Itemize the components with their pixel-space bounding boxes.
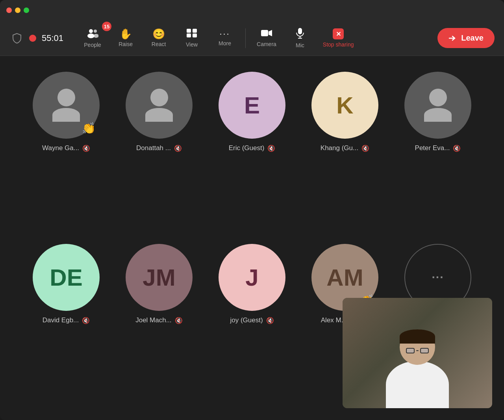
mute-icon-joy: 🔇 — [266, 317, 274, 324]
participant-info-eric: Eric (Guest) 🔇 — [229, 144, 276, 152]
svg-point-2 — [94, 30, 97, 33]
participant-name-khang: Khang (Gu... — [321, 144, 358, 152]
glass-bridge — [416, 350, 419, 351]
stop-sharing-icon: ✕ — [333, 28, 344, 39]
main-content: 👏 Wayne Ga... 🔇 Donattah ... 🔇 — [0, 56, 504, 420]
more-label: More — [219, 40, 231, 46]
leave-label: Leave — [461, 33, 484, 43]
participant-name-donattah: Donattah ... — [136, 144, 171, 152]
react-label: React — [152, 41, 166, 47]
avatar-letter-joy: J — [245, 264, 258, 291]
avatar-joy: J — [219, 244, 285, 311]
participant-joel[interactable]: JM Joel Mach... 🔇 — [117, 244, 202, 404]
mute-icon-wayne: 🔇 — [82, 145, 90, 152]
mute-icon-eric: 🔇 — [267, 145, 275, 152]
avatar-khang: K — [311, 72, 378, 139]
camera-button[interactable]: Camera — [250, 26, 283, 50]
glasses — [406, 348, 429, 353]
more-icon: ··· — [219, 30, 230, 38]
avatar-letter-david: DE — [50, 264, 82, 291]
self-view — [343, 298, 492, 408]
camera-icon — [261, 29, 272, 39]
participant-info-joel: Joel Mach... 🔇 — [135, 316, 183, 324]
svg-point-0 — [89, 29, 93, 33]
stop-sharing-label: Stop sharing — [323, 41, 354, 48]
participant-name-joy: joy (Guest) — [230, 316, 263, 324]
title-bar — [0, 0, 504, 20]
mute-icon-david: 🔇 — [82, 317, 90, 324]
mute-icon-donattah: 🔇 — [174, 145, 182, 152]
participant-info-khang: Khang (Gu... 🔇 — [321, 144, 369, 152]
clap-emoji-wayne: 👏 — [82, 122, 96, 135]
self-video-person — [386, 329, 449, 408]
avatar-letter-eric: E — [244, 92, 260, 119]
svg-marker-9 — [269, 30, 272, 36]
mic-button[interactable]: Mic — [284, 24, 316, 52]
svg-rect-4 — [187, 29, 191, 33]
glass-right — [420, 348, 429, 353]
leave-button[interactable]: Leave — [437, 28, 495, 48]
self-view-video — [343, 298, 492, 408]
more-participants-icon: ··· — [432, 271, 444, 284]
stop-sharing-button[interactable]: ✕ Stop sharing — [317, 25, 359, 51]
more-button[interactable]: ··· More — [209, 26, 241, 50]
raise-label: Raise — [119, 41, 133, 47]
participant-donattah[interactable]: Donattah ... 🔇 — [117, 72, 202, 232]
avatar-wayne: 👏 — [33, 72, 100, 139]
participant-info-donattah: Donattah ... 🔇 — [136, 144, 182, 152]
participant-eric[interactable]: E Eric (Guest) 🔇 — [209, 72, 295, 232]
toolbar: 55:01 People 15 ✋ Raise 😊 React — [0, 20, 504, 56]
svg-rect-10 — [298, 28, 302, 34]
svg-rect-5 — [193, 29, 197, 33]
toolbar-divider — [245, 28, 246, 48]
avatar-eric: E — [219, 72, 285, 139]
participant-name-wayne: Wayne Ga... — [42, 144, 79, 152]
react-button[interactable]: 😊 React — [143, 26, 174, 50]
mute-icon-khang: 🔇 — [361, 145, 369, 152]
hair — [400, 329, 435, 344]
raise-button[interactable]: ✋ Raise — [110, 26, 141, 50]
recording-indicator — [29, 35, 36, 42]
glass-left — [406, 348, 415, 353]
svg-point-3 — [93, 34, 98, 38]
shield-icon — [9, 31, 24, 46]
avatar-letter-khang: K — [336, 92, 353, 119]
avatar-peter — [404, 72, 471, 139]
participant-name-david: David Egb... — [43, 316, 79, 324]
close-button[interactable] — [6, 7, 12, 13]
participant-peter[interactable]: Peter Eva... 🔇 — [395, 72, 480, 232]
people-label: People — [84, 42, 101, 48]
fullscreen-button[interactable] — [24, 7, 29, 13]
participant-name-peter: Peter Eva... — [415, 144, 450, 152]
mute-icon-peter: 🔇 — [453, 145, 461, 152]
self-head — [400, 329, 435, 365]
svg-rect-6 — [187, 33, 191, 37]
avatar-letter-joel: JM — [143, 264, 175, 291]
mute-icon-joel: 🔇 — [175, 317, 183, 324]
participant-info-david: David Egb... 🔇 — [43, 316, 90, 324]
avatar-david: DE — [33, 244, 100, 311]
people-button[interactable]: People 15 — [77, 25, 108, 51]
meeting-timer: 55:01 — [42, 33, 63, 43]
svg-rect-7 — [193, 33, 197, 37]
participant-info-joy: joy (Guest) 🔇 — [230, 316, 274, 324]
svg-rect-8 — [261, 30, 268, 36]
avatar-donattah — [126, 72, 193, 139]
avatar-letter-alexm: AM — [326, 264, 363, 291]
participant-joy[interactable]: J joy (Guest) 🔇 — [209, 244, 295, 404]
people-icon — [87, 28, 98, 40]
minimize-button[interactable] — [15, 7, 20, 13]
mic-label: Mic — [296, 42, 304, 48]
participant-name-eric: Eric (Guest) — [229, 144, 265, 152]
view-label: View — [186, 41, 198, 48]
self-body — [386, 361, 449, 408]
camera-label: Camera — [257, 41, 276, 47]
participant-khang[interactable]: K Khang (Gu... 🔇 — [302, 72, 387, 232]
participant-wayne[interactable]: 👏 Wayne Ga... 🔇 — [24, 72, 109, 232]
participant-info-peter: Peter Eva... 🔇 — [415, 144, 461, 152]
view-button[interactable]: View — [176, 25, 208, 51]
react-icon: 😊 — [152, 29, 165, 39]
mic-icon — [296, 28, 304, 40]
participant-david[interactable]: DE David Egb... 🔇 — [24, 244, 109, 404]
people-count: 15 — [102, 22, 111, 31]
